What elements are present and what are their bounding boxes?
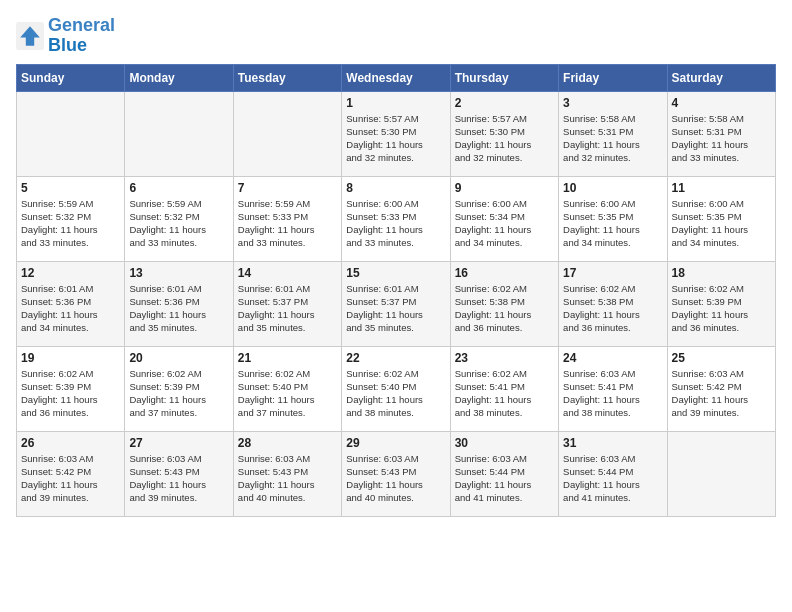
calendar-cell: 11Sunrise: 6:00 AM Sunset: 5:35 PM Dayli…: [667, 176, 775, 261]
day-number: 28: [238, 436, 337, 450]
calendar-cell: 8Sunrise: 6:00 AM Sunset: 5:33 PM Daylig…: [342, 176, 450, 261]
day-info: Sunrise: 6:00 AM Sunset: 5:34 PM Dayligh…: [455, 197, 554, 250]
day-number: 12: [21, 266, 120, 280]
day-number: 1: [346, 96, 445, 110]
logo-text: General Blue: [48, 16, 115, 56]
day-info: Sunrise: 6:01 AM Sunset: 5:36 PM Dayligh…: [129, 282, 228, 335]
calendar-cell: 13Sunrise: 6:01 AM Sunset: 5:36 PM Dayli…: [125, 261, 233, 346]
header: General Blue: [16, 16, 776, 56]
calendar-cell: 27Sunrise: 6:03 AM Sunset: 5:43 PM Dayli…: [125, 431, 233, 516]
day-info: Sunrise: 6:02 AM Sunset: 5:39 PM Dayligh…: [672, 282, 771, 335]
calendar-cell: 7Sunrise: 5:59 AM Sunset: 5:33 PM Daylig…: [233, 176, 341, 261]
calendar-cell: [667, 431, 775, 516]
day-info: Sunrise: 6:03 AM Sunset: 5:44 PM Dayligh…: [455, 452, 554, 505]
day-number: 27: [129, 436, 228, 450]
calendar-cell: 17Sunrise: 6:02 AM Sunset: 5:38 PM Dayli…: [559, 261, 667, 346]
day-info: Sunrise: 5:59 AM Sunset: 5:32 PM Dayligh…: [129, 197, 228, 250]
day-number: 11: [672, 181, 771, 195]
day-number: 8: [346, 181, 445, 195]
calendar-cell: 18Sunrise: 6:02 AM Sunset: 5:39 PM Dayli…: [667, 261, 775, 346]
day-number: 6: [129, 181, 228, 195]
day-number: 30: [455, 436, 554, 450]
calendar-cell: 23Sunrise: 6:02 AM Sunset: 5:41 PM Dayli…: [450, 346, 558, 431]
day-number: 20: [129, 351, 228, 365]
day-info: Sunrise: 6:02 AM Sunset: 5:40 PM Dayligh…: [238, 367, 337, 420]
day-header-sunday: Sunday: [17, 64, 125, 91]
calendar-cell: 4Sunrise: 5:58 AM Sunset: 5:31 PM Daylig…: [667, 91, 775, 176]
day-info: Sunrise: 6:03 AM Sunset: 5:42 PM Dayligh…: [672, 367, 771, 420]
day-number: 13: [129, 266, 228, 280]
calendar-cell: 24Sunrise: 6:03 AM Sunset: 5:41 PM Dayli…: [559, 346, 667, 431]
week-row-2: 5Sunrise: 5:59 AM Sunset: 5:32 PM Daylig…: [17, 176, 776, 261]
day-header-monday: Monday: [125, 64, 233, 91]
calendar-cell: 12Sunrise: 6:01 AM Sunset: 5:36 PM Dayli…: [17, 261, 125, 346]
calendar-cell: 6Sunrise: 5:59 AM Sunset: 5:32 PM Daylig…: [125, 176, 233, 261]
day-number: 2: [455, 96, 554, 110]
day-number: 31: [563, 436, 662, 450]
week-row-4: 19Sunrise: 6:02 AM Sunset: 5:39 PM Dayli…: [17, 346, 776, 431]
day-number: 23: [455, 351, 554, 365]
day-info: Sunrise: 5:58 AM Sunset: 5:31 PM Dayligh…: [563, 112, 662, 165]
day-number: 15: [346, 266, 445, 280]
week-row-3: 12Sunrise: 6:01 AM Sunset: 5:36 PM Dayli…: [17, 261, 776, 346]
calendar-cell: 30Sunrise: 6:03 AM Sunset: 5:44 PM Dayli…: [450, 431, 558, 516]
day-number: 29: [346, 436, 445, 450]
day-info: Sunrise: 6:03 AM Sunset: 5:43 PM Dayligh…: [129, 452, 228, 505]
calendar-cell: [125, 91, 233, 176]
day-info: Sunrise: 5:59 AM Sunset: 5:33 PM Dayligh…: [238, 197, 337, 250]
calendar-cell: [233, 91, 341, 176]
calendar-cell: 9Sunrise: 6:00 AM Sunset: 5:34 PM Daylig…: [450, 176, 558, 261]
calendar-cell: 31Sunrise: 6:03 AM Sunset: 5:44 PM Dayli…: [559, 431, 667, 516]
day-info: Sunrise: 5:57 AM Sunset: 5:30 PM Dayligh…: [455, 112, 554, 165]
week-row-5: 26Sunrise: 6:03 AM Sunset: 5:42 PM Dayli…: [17, 431, 776, 516]
day-info: Sunrise: 6:02 AM Sunset: 5:41 PM Dayligh…: [455, 367, 554, 420]
day-info: Sunrise: 6:03 AM Sunset: 5:43 PM Dayligh…: [346, 452, 445, 505]
day-number: 18: [672, 266, 771, 280]
day-info: Sunrise: 6:00 AM Sunset: 5:33 PM Dayligh…: [346, 197, 445, 250]
day-info: Sunrise: 6:03 AM Sunset: 5:44 PM Dayligh…: [563, 452, 662, 505]
calendar-cell: [17, 91, 125, 176]
day-header-wednesday: Wednesday: [342, 64, 450, 91]
calendar-cell: 19Sunrise: 6:02 AM Sunset: 5:39 PM Dayli…: [17, 346, 125, 431]
day-number: 26: [21, 436, 120, 450]
day-number: 25: [672, 351, 771, 365]
day-number: 3: [563, 96, 662, 110]
day-header-friday: Friday: [559, 64, 667, 91]
day-info: Sunrise: 6:02 AM Sunset: 5:40 PM Dayligh…: [346, 367, 445, 420]
day-info: Sunrise: 5:57 AM Sunset: 5:30 PM Dayligh…: [346, 112, 445, 165]
day-number: 19: [21, 351, 120, 365]
day-header-saturday: Saturday: [667, 64, 775, 91]
week-row-1: 1Sunrise: 5:57 AM Sunset: 5:30 PM Daylig…: [17, 91, 776, 176]
day-number: 7: [238, 181, 337, 195]
day-info: Sunrise: 6:01 AM Sunset: 5:37 PM Dayligh…: [238, 282, 337, 335]
day-info: Sunrise: 6:02 AM Sunset: 5:38 PM Dayligh…: [455, 282, 554, 335]
day-info: Sunrise: 6:01 AM Sunset: 5:37 PM Dayligh…: [346, 282, 445, 335]
calendar-cell: 28Sunrise: 6:03 AM Sunset: 5:43 PM Dayli…: [233, 431, 341, 516]
calendar-cell: 29Sunrise: 6:03 AM Sunset: 5:43 PM Dayli…: [342, 431, 450, 516]
calendar-cell: 25Sunrise: 6:03 AM Sunset: 5:42 PM Dayli…: [667, 346, 775, 431]
day-number: 14: [238, 266, 337, 280]
calendar-table: SundayMondayTuesdayWednesdayThursdayFrid…: [16, 64, 776, 517]
calendar-cell: 15Sunrise: 6:01 AM Sunset: 5:37 PM Dayli…: [342, 261, 450, 346]
logo: General Blue: [16, 16, 115, 56]
logo-icon: [16, 22, 44, 50]
calendar-cell: 16Sunrise: 6:02 AM Sunset: 5:38 PM Dayli…: [450, 261, 558, 346]
day-info: Sunrise: 5:58 AM Sunset: 5:31 PM Dayligh…: [672, 112, 771, 165]
day-info: Sunrise: 6:02 AM Sunset: 5:39 PM Dayligh…: [21, 367, 120, 420]
calendar-cell: 21Sunrise: 6:02 AM Sunset: 5:40 PM Dayli…: [233, 346, 341, 431]
calendar-cell: 10Sunrise: 6:00 AM Sunset: 5:35 PM Dayli…: [559, 176, 667, 261]
day-number: 17: [563, 266, 662, 280]
day-number: 21: [238, 351, 337, 365]
day-info: Sunrise: 6:03 AM Sunset: 5:41 PM Dayligh…: [563, 367, 662, 420]
calendar-cell: 14Sunrise: 6:01 AM Sunset: 5:37 PM Dayli…: [233, 261, 341, 346]
calendar-cell: 1Sunrise: 5:57 AM Sunset: 5:30 PM Daylig…: [342, 91, 450, 176]
calendar-cell: 5Sunrise: 5:59 AM Sunset: 5:32 PM Daylig…: [17, 176, 125, 261]
calendar-cell: 2Sunrise: 5:57 AM Sunset: 5:30 PM Daylig…: [450, 91, 558, 176]
day-info: Sunrise: 5:59 AM Sunset: 5:32 PM Dayligh…: [21, 197, 120, 250]
day-number: 16: [455, 266, 554, 280]
calendar-cell: 26Sunrise: 6:03 AM Sunset: 5:42 PM Dayli…: [17, 431, 125, 516]
day-number: 22: [346, 351, 445, 365]
day-number: 9: [455, 181, 554, 195]
calendar-cell: 20Sunrise: 6:02 AM Sunset: 5:39 PM Dayli…: [125, 346, 233, 431]
day-header-row: SundayMondayTuesdayWednesdayThursdayFrid…: [17, 64, 776, 91]
